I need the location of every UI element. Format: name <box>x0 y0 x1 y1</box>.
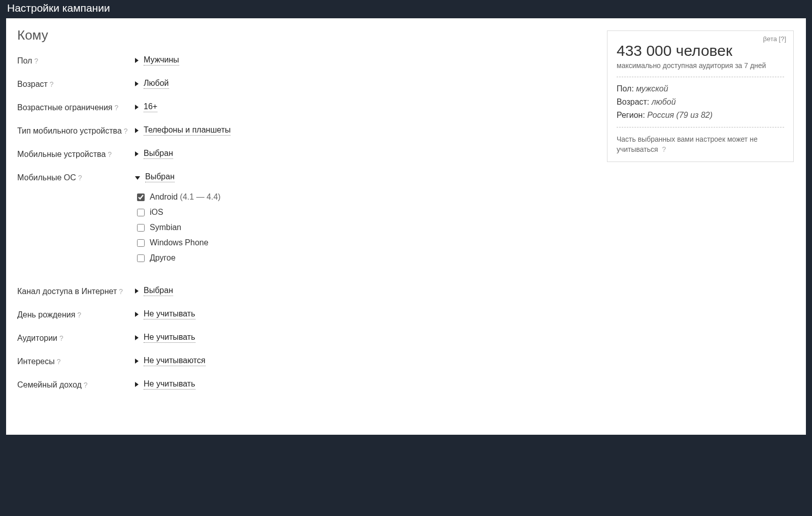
chevron-right-icon <box>135 288 139 294</box>
toggle-age-limit[interactable]: 16+ <box>135 102 157 112</box>
help-icon[interactable]: ? <box>115 104 119 112</box>
audience-count: 433 000 человек <box>617 42 784 59</box>
toggle-interests[interactable]: Не учитываются <box>135 356 206 366</box>
value-birthday: Не учитывать <box>144 309 195 319</box>
value-channel: Выбран <box>144 286 173 296</box>
checkbox-other[interactable] <box>137 254 145 262</box>
chevron-right-icon <box>135 128 139 133</box>
label-interests: Интересы? <box>17 356 135 366</box>
settings-panel: Кому Пол? Мужчины Возраст? <box>6 18 806 435</box>
help-icon[interactable]: ? <box>59 334 63 342</box>
help-icon[interactable]: ? <box>662 145 666 153</box>
mobile-os-checklist: Android (4.1 — 4.4) iOS Symbian Win <box>137 192 221 263</box>
row-channel: Канал доступа в Интернет? Выбран <box>17 286 795 296</box>
chevron-right-icon <box>135 58 139 63</box>
row-interests: Интересы? Не учитываются <box>17 356 795 366</box>
beta-badge[interactable]: βета [?] <box>763 35 786 43</box>
checkbox-symbian[interactable] <box>137 224 145 232</box>
label-gender: Пол? <box>17 55 135 66</box>
checkbox-android[interactable] <box>137 194 145 201</box>
toggle-mobile-os[interactable]: Выбран <box>135 172 221 182</box>
help-icon[interactable]: ? <box>119 287 123 296</box>
value-interests: Не учитываются <box>144 356 206 366</box>
toggle-audiences[interactable]: Не учитывать <box>135 333 195 343</box>
divider <box>617 77 784 77</box>
audience-subline: максимально доступная аудитория за 7 дне… <box>617 61 784 70</box>
summary-age: Возраст: любой <box>617 98 784 107</box>
os-option-ios[interactable]: iOS <box>137 208 221 217</box>
help-icon[interactable]: ? <box>34 57 38 65</box>
chevron-down-icon <box>135 176 140 180</box>
chevron-right-icon <box>135 105 139 110</box>
row-birthday: День рождения? Не учитывать <box>17 309 795 319</box>
chevron-right-icon <box>135 382 139 387</box>
toggle-gender[interactable]: Мужчины <box>135 55 179 66</box>
window-title: Настройки кампании <box>6 0 806 18</box>
row-income: Семейный доход? Не учитывать <box>17 379 795 390</box>
value-age: Любой <box>144 79 169 89</box>
help-icon[interactable]: ? <box>108 150 112 158</box>
label-birthday: День рождения? <box>17 309 135 319</box>
value-income: Не учитывать <box>144 379 195 390</box>
label-age: Возраст? <box>17 79 135 89</box>
value-device-type: Телефоны и планшеты <box>144 125 230 136</box>
label-age-limit: Возрастные ограничения? <box>17 102 135 112</box>
help-icon[interactable]: ? <box>84 381 88 389</box>
checkbox-ios[interactable] <box>137 209 145 216</box>
help-icon[interactable]: ? <box>77 311 81 319</box>
chevron-right-icon <box>135 151 139 156</box>
label-income: Семейный доход? <box>17 379 135 390</box>
row-audiences: Аудитории? Не учитывать <box>17 333 795 343</box>
value-age-limit: 16+ <box>144 102 157 112</box>
help-icon[interactable]: ? <box>124 127 128 135</box>
label-device-type: Тип мобильного устройства? <box>17 125 135 136</box>
label-mobile-os: Мобильные ОС? <box>17 172 135 182</box>
toggle-income[interactable]: Не учитывать <box>135 379 195 390</box>
summary-region: Регион: Россия (79 из 82) <box>617 111 784 120</box>
summary-gender: Пол: мужской <box>617 84 784 93</box>
chevron-right-icon <box>135 335 139 340</box>
help-icon[interactable]: ? <box>57 358 61 366</box>
toggle-device-type[interactable]: Телефоны и планшеты <box>135 125 230 136</box>
help-icon[interactable]: ? <box>78 174 82 182</box>
toggle-channel[interactable]: Выбран <box>135 286 173 296</box>
os-option-other[interactable]: Другое <box>137 253 221 263</box>
audience-estimate-box: βета [?] 433 000 человек максимально дос… <box>607 30 794 162</box>
label-channel: Канал доступа в Интернет? <box>17 286 135 296</box>
row-mobile-os: Мобильные ОС? Выбран Android (4.1 — 4.4) <box>17 172 795 273</box>
label-audiences: Аудитории? <box>17 333 135 343</box>
value-devices: Выбран <box>144 149 173 159</box>
os-option-android[interactable]: Android (4.1 — 4.4) <box>137 192 221 202</box>
value-audiences: Не учитывать <box>144 333 195 343</box>
toggle-devices[interactable]: Выбран <box>135 149 173 159</box>
chevron-right-icon <box>135 359 139 364</box>
value-mobile-os: Выбран <box>145 172 175 182</box>
help-icon[interactable]: ? <box>50 80 54 88</box>
label-devices: Мобильные устройства? <box>17 149 135 159</box>
chevron-right-icon <box>135 81 139 86</box>
audience-note: Часть выбранных вами настроек может не у… <box>617 135 784 154</box>
os-option-symbian[interactable]: Symbian <box>137 223 221 232</box>
divider <box>617 127 784 127</box>
checkbox-wp[interactable] <box>137 239 145 247</box>
toggle-birthday[interactable]: Не учитывать <box>135 309 195 319</box>
value-gender: Мужчины <box>144 55 179 66</box>
toggle-age[interactable]: Любой <box>135 79 169 89</box>
chevron-right-icon <box>135 312 139 317</box>
os-option-wp[interactable]: Windows Phone <box>137 238 221 247</box>
